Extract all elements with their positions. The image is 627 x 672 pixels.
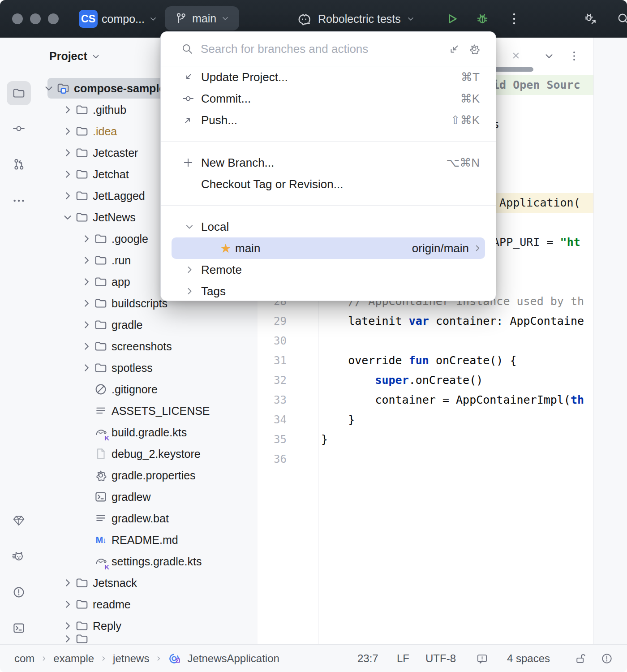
tree-item-partial[interactable] (37, 637, 258, 641)
chevron-down-icon[interactable] (543, 50, 555, 62)
line-number[interactable]: 36 (258, 449, 287, 469)
chevron-right-icon[interactable] (81, 319, 92, 331)
chevron-right-icon[interactable] (62, 633, 73, 644)
code-line-34[interactable]: 34 } (258, 410, 593, 430)
profiler-bug-icon[interactable] (583, 11, 597, 26)
breadcrumb-item-example[interactable]: example (53, 652, 94, 665)
tree-item-debug-2-keystore[interactable]: debug_2.keystore (37, 443, 258, 465)
line-ending[interactable]: LF (397, 645, 409, 672)
chevron-right-icon[interactable] (62, 147, 73, 159)
branch-search-input[interactable]: Search for branches and actions (201, 42, 441, 56)
line-number[interactable]: 29 (258, 311, 287, 331)
code-line-32[interactable]: 32 super.onCreate() (258, 370, 593, 390)
chevron-down-icon[interactable] (43, 82, 55, 94)
breadcrumb-item-com[interactable]: com (14, 652, 34, 665)
chevron-right-icon[interactable] (184, 286, 195, 297)
chevron-right-icon[interactable] (62, 190, 73, 202)
gear-icon[interactable] (468, 43, 481, 55)
problems-icon[interactable] (12, 586, 26, 599)
chevron-right-icon[interactable] (81, 340, 92, 352)
traffic-light-close[interactable] (12, 13, 23, 24)
chevron-right-icon[interactable] (81, 297, 92, 309)
line-number[interactable]: 35 (258, 430, 287, 449)
code-line-29[interactable]: 29 lateinit var container: AppContaine (258, 311, 593, 331)
code-line-36[interactable]: 36 (258, 449, 593, 469)
chevron-right-icon[interactable] (62, 168, 73, 180)
run-configuration-selector[interactable]: Robolectric tests (296, 9, 415, 28)
project-switcher[interactable]: CS compo... (79, 9, 158, 28)
search-everywhere-icon[interactable] (616, 12, 627, 26)
chevron-right-icon[interactable] (81, 276, 92, 288)
chevron-right-icon[interactable] (81, 254, 92, 266)
code-line-30[interactable]: 30 (258, 331, 593, 351)
branch-widget[interactable]: main (165, 6, 239, 30)
caret-position[interactable]: 23:7 (357, 645, 378, 672)
code-line-33[interactable]: 33 container = AppContainerImpl(th (258, 390, 593, 410)
run-button[interactable] (445, 12, 459, 26)
close-icon[interactable] (511, 51, 521, 60)
menu-item-push[interactable]: Push...⇧⌘K (161, 109, 496, 131)
branch-group-tags[interactable]: Tags (161, 280, 496, 301)
line-number[interactable]: 33 (258, 390, 287, 410)
open-in-tool-window-icon[interactable] (448, 43, 461, 55)
code-line-35[interactable]: 35} (258, 430, 593, 449)
chevron-right-icon[interactable] (81, 362, 92, 374)
folder-icon (75, 632, 89, 644)
tree-item-readme[interactable]: readme (37, 594, 258, 615)
chevron-down-icon[interactable] (184, 221, 195, 232)
breadcrumb-item-jetnews[interactable]: jetnews (113, 652, 149, 665)
tree-item-spotless[interactable]: spotless (37, 357, 258, 379)
line-number[interactable]: 34 (258, 410, 287, 430)
tab-options-kebab[interactable] (568, 49, 580, 63)
inspection-balloon-icon[interactable] (476, 653, 488, 665)
code-line-31[interactable]: 31 override fun onCreate() { (258, 351, 593, 370)
chevron-right-icon[interactable] (62, 599, 73, 610)
line-number[interactable]: 32 (258, 370, 287, 390)
menu-item-new-branch[interactable]: New Branch...⌥⌘N (161, 152, 496, 173)
tree-item-gradlew-bat[interactable]: gradlew.bat (37, 508, 258, 529)
menu-item-commit[interactable]: Commit...⌘K (161, 88, 496, 109)
tree-item-build-gradle-kts[interactable]: Kbuild.gradle.kts (37, 422, 258, 443)
project-folder-icon[interactable] (12, 86, 26, 100)
gem-icon[interactable] (12, 514, 26, 527)
chevron-right-icon[interactable] (62, 577, 73, 589)
more-tools-icon[interactable] (12, 194, 26, 207)
tree-item-gradle-properties[interactable]: gradle.properties (37, 465, 258, 486)
tree-item-gradle[interactable]: gradle (37, 314, 258, 336)
chevron-right-icon[interactable] (81, 233, 92, 245)
breadcrumb-item-jetnewsapplication[interactable]: JetnewsApplication (187, 652, 279, 665)
commit-icon[interactable] (12, 122, 26, 135)
lock-open-icon[interactable] (575, 652, 587, 665)
branch-item-main[interactable]: ★mainorigin/main (172, 237, 485, 259)
branch-group-local[interactable]: Local (161, 216, 496, 237)
error-indicator-icon[interactable] (601, 652, 613, 665)
chevron-right-icon[interactable] (184, 264, 195, 275)
dashing-cat-icon[interactable] (12, 550, 26, 563)
tree-item-gradlew[interactable]: gradlew (37, 486, 258, 508)
chevron-right-icon[interactable] (62, 104, 73, 116)
menu-item-checkout-tag-or-revision[interactable]: Checkout Tag or Revision... (161, 173, 496, 195)
traffic-light-zoom[interactable] (48, 13, 59, 24)
pull-request-icon[interactable] (12, 158, 26, 171)
chevron-right-icon[interactable] (62, 125, 73, 137)
tree-item-screenshots[interactable]: screenshots (37, 336, 258, 357)
tree-item-assets-license[interactable]: ASSETS_LICENSE (37, 400, 258, 422)
line-number[interactable]: 31 (258, 351, 287, 370)
terminal-icon[interactable] (12, 621, 26, 635)
terminal-file-icon (94, 490, 107, 504)
menu-item-update-project[interactable]: Update Project...⌘T (161, 66, 496, 88)
line-number[interactable]: 30 (258, 331, 287, 351)
tree-item-jetsnack[interactable]: Jetsnack (37, 572, 258, 594)
indent-setting[interactable]: 4 spaces (507, 645, 550, 672)
tree-item-settings-gradle-kts[interactable]: Ksettings.gradle.kts (37, 551, 258, 572)
chevron-down-icon[interactable] (62, 211, 73, 223)
tree-item-readme-md[interactable]: M↓README.md (37, 529, 258, 551)
traffic-light-minimize[interactable] (30, 13, 41, 24)
chevron-right-icon[interactable] (62, 620, 73, 632)
debug-button[interactable] (475, 12, 490, 26)
branch-group-remote[interactable]: Remote (161, 259, 496, 280)
more-actions-kebab[interactable] (507, 12, 521, 26)
encoding[interactable]: UTF-8 (425, 645, 456, 672)
tree-item-gitignore[interactable]: .gitignore (37, 379, 258, 400)
project-view-selector[interactable]: Project (49, 50, 101, 63)
